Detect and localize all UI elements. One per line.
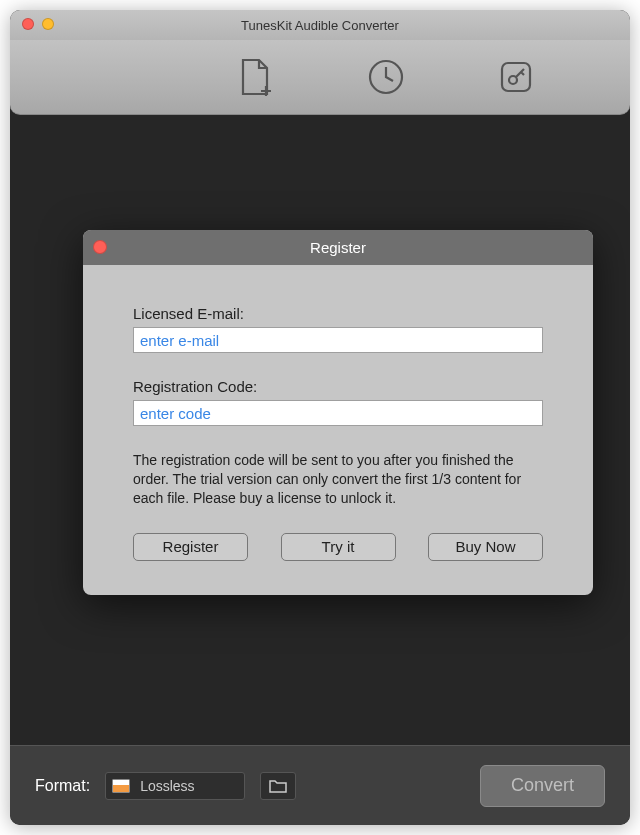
code-input[interactable] [133,400,543,426]
format-select[interactable]: Lossless [105,772,245,800]
help-text: The registration code will be sent to yo… [133,451,543,508]
window-title: TunesKit Audible Converter [10,18,630,33]
convert-button[interactable]: Convert [480,765,605,807]
dialog-close-button[interactable] [93,240,107,254]
footer: Format: Lossless Convert [10,745,630,825]
history-button[interactable] [367,58,405,96]
email-label: Licensed E-mail: [133,305,543,322]
traffic-lights [22,18,54,30]
email-input[interactable] [133,327,543,353]
svg-point-4 [509,76,517,84]
convert-button-label: Convert [511,775,574,796]
output-folder-button[interactable] [260,772,296,800]
dialog-titlebar: Register [83,230,593,265]
try-button[interactable]: Try it [281,533,396,561]
titlebar: TunesKit Audible Converter [10,10,630,40]
buy-button-label: Buy Now [455,538,515,555]
register-key-button[interactable] [499,60,533,94]
register-button-label: Register [163,538,219,555]
register-button[interactable]: Register [133,533,248,561]
code-label: Registration Code: [133,378,543,395]
buy-button[interactable]: Buy Now [428,533,543,561]
format-label: Format: [35,777,90,795]
dialog-buttons: Register Try it Buy Now [133,533,543,561]
format-value: Lossless [140,778,194,794]
dialog-body: Licensed E-mail: Registration Code: The … [83,265,593,586]
register-dialog: Register Licensed E-mail: Registration C… [83,230,593,595]
app-window: TunesKit Audible Converter [10,10,630,825]
format-icon [112,779,130,793]
dialog-title: Register [310,239,366,256]
try-button-label: Try it [322,538,355,555]
toolbar [10,40,630,115]
add-file-button[interactable] [237,57,273,97]
minimize-window-button[interactable] [42,18,54,30]
close-window-button[interactable] [22,18,34,30]
